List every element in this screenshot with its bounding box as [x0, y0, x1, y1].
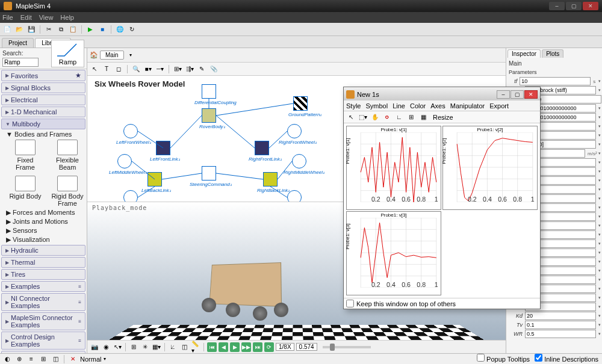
- cat-favorites[interactable]: ▶Favorites★: [1, 70, 85, 81]
- pal-rigid-body[interactable]: Rigid Body: [9, 175, 42, 208]
- shape-icon[interactable]: ◻: [114, 64, 123, 74]
- plot-menu-export[interactable]: Export: [489, 102, 509, 110]
- plot-zoom-icon[interactable]: ⭘: [382, 113, 392, 122]
- param-dropdown-icon[interactable]: ▾: [598, 286, 601, 291]
- plot-menu-line[interactable]: Line: [393, 102, 405, 110]
- param-dropdown-icon[interactable]: ▾: [598, 322, 601, 327]
- pb-slider[interactable]: [323, 346, 371, 348]
- copy-icon[interactable]: ⧉: [56, 25, 66, 34]
- plot-pan-icon[interactable]: ✋: [370, 113, 380, 122]
- pal-flex-beam[interactable]: Flexible Beam: [51, 139, 84, 171]
- param-dropdown-icon[interactable]: ▾: [598, 259, 601, 264]
- param-dropdown-icon[interactable]: ▾: [598, 88, 601, 93]
- tree-sensors[interactable]: ▶ Sensors: [6, 226, 87, 235]
- pal-rigid-body-frame[interactable]: Rigid Body Frame: [51, 175, 84, 208]
- param-dropdown-icon[interactable]: ▾: [598, 241, 601, 246]
- save-icon[interactable]: 💾: [26, 25, 36, 34]
- attach-icon[interactable]: 📎: [209, 64, 219, 74]
- plot-v2[interactable]: Probe1: v[2] Probe1: v[2] 0.20.40.60.81: [442, 126, 538, 210]
- plot-minimize-button[interactable]: –: [497, 90, 510, 99]
- param-dropdown-icon[interactable]: ▾: [598, 295, 601, 300]
- probe-icon[interactable]: ✎: [197, 64, 206, 74]
- plot-resize-label[interactable]: Resize: [433, 114, 453, 121]
- play-icon[interactable]: ▶: [85, 25, 95, 34]
- minimize-button[interactable]: –: [549, 2, 565, 10]
- tree-joints[interactable]: ▶ Joints and Motions: [6, 217, 87, 226]
- param-dropdown-icon[interactable]: ▾: [598, 268, 601, 273]
- plot-grid-icon[interactable]: ⊞: [406, 113, 416, 122]
- sb-mode[interactable]: Normal: [80, 356, 101, 363]
- pb-ruler-icon[interactable]: 📏▾: [191, 342, 200, 352]
- cut-icon[interactable]: ✂: [44, 25, 54, 34]
- plot-select-icon[interactable]: ⬚▾: [358, 113, 368, 122]
- cat-examples[interactable]: ▶Examples≡: [1, 281, 85, 292]
- pb-next-button[interactable]: ▶▶: [241, 342, 251, 352]
- plot-maximize-button[interactable]: ▢: [510, 90, 524, 99]
- param-dropdown-icon[interactable]: ▾: [598, 277, 601, 282]
- cat-signal[interactable]: ▶Signal Blocks: [1, 82, 85, 93]
- param-dropdown-icon[interactable]: ▾: [598, 313, 601, 318]
- plot-menu-color[interactable]: Color: [410, 102, 426, 110]
- sb-icon3[interactable]: ≡: [26, 354, 36, 364]
- pb-last-button[interactable]: ⏭: [253, 342, 262, 352]
- pal-fixed-frame[interactable]: Fixed Frame: [9, 139, 42, 171]
- sb-x-icon[interactable]: ✕: [68, 354, 78, 364]
- maximize-button[interactable]: ▢: [566, 2, 582, 10]
- pb-fit-icon[interactable]: ◫: [179, 342, 189, 352]
- menu-help[interactable]: Help: [60, 14, 74, 21]
- breadcrumb-main[interactable]: Main: [100, 51, 124, 60]
- pb-speed[interactable]: 1/8X: [276, 343, 294, 351]
- plot-window[interactable]: New 1s – ▢ ✕ Style Symbol Line Color Axe…: [343, 87, 541, 309]
- param-input[interactable]: [525, 312, 596, 320]
- tree-forces[interactable]: ▶ Forces and Moments: [6, 208, 87, 217]
- pointer-icon[interactable]: ↖: [90, 64, 99, 74]
- param-dropdown-icon[interactable]: ▾: [598, 169, 601, 174]
- cat-mech1d[interactable]: ▶1-D Mechanical: [1, 106, 85, 117]
- plot-pointer-icon[interactable]: ↖: [346, 113, 356, 122]
- param-dropdown-icon[interactable]: ▾: [598, 196, 601, 201]
- param-dropdown-icon[interactable]: ▾: [598, 250, 601, 255]
- pb-axes-icon[interactable]: ✳: [140, 342, 150, 352]
- param-input[interactable]: [520, 77, 591, 85]
- param-dropdown-icon[interactable]: ▾: [598, 205, 601, 210]
- param-dropdown-icon[interactable]: ▾: [598, 160, 601, 165]
- tab-project[interactable]: Project: [2, 38, 34, 48]
- plot-menu-axes[interactable]: Axes: [430, 102, 445, 110]
- pb-loop-button[interactable]: ⟳: [264, 342, 274, 352]
- param-dropdown-icon[interactable]: ▾: [598, 124, 601, 129]
- plot-gridfine-icon[interactable]: ▦: [418, 113, 428, 122]
- tree-viz[interactable]: ▶ Visualization: [6, 235, 87, 244]
- fillcolor-icon[interactable]: ■▾: [143, 64, 153, 74]
- pb-grid-icon[interactable]: ▦▾: [152, 342, 161, 352]
- pb-pointer-icon[interactable]: ↖▾: [113, 342, 122, 352]
- search-input[interactable]: [2, 58, 39, 67]
- close-button[interactable]: ✕: [583, 2, 598, 10]
- globe-icon[interactable]: 🌐: [115, 25, 125, 34]
- home-icon[interactable]: 🏠: [90, 51, 98, 59]
- keep-on-top-checkbox[interactable]: [346, 300, 354, 307]
- pb-3d-icon[interactable]: ◉: [101, 342, 111, 352]
- zoom-icon[interactable]: 🔍: [131, 64, 141, 74]
- tab-inspector[interactable]: Inspector: [507, 49, 541, 58]
- cat-ni[interactable]: ▶NI Connector Examples≡: [1, 293, 85, 311]
- sb-icon2[interactable]: ⊕: [14, 354, 24, 364]
- menu-edit[interactable]: Edit: [20, 14, 32, 21]
- param-dropdown-icon[interactable]: ▾: [598, 142, 601, 147]
- line-icon[interactable]: ─▾: [155, 64, 165, 74]
- param-dropdown-icon[interactable]: ▾: [598, 187, 601, 192]
- param-dropdown-icon[interactable]: ▾: [598, 232, 601, 237]
- cat-ms[interactable]: ▶MapleSim Connector Examples≡: [1, 312, 85, 330]
- param-dropdown-icon[interactable]: ▾: [598, 151, 601, 156]
- param-dropdown-icon[interactable]: ▾: [598, 115, 601, 120]
- cat-ctrl[interactable]: ▶Control Design Examples≡: [1, 332, 85, 350]
- new-icon[interactable]: 📄: [2, 25, 12, 34]
- cat-tire-ex[interactable]: ▶Tire Examples≡: [1, 351, 85, 353]
- plot-menu-manip[interactable]: Manipulator: [450, 102, 485, 110]
- param-dropdown-icon[interactable]: ▾: [598, 79, 601, 84]
- plot-titlebar[interactable]: New 1s – ▢ ✕: [344, 87, 540, 100]
- text-icon[interactable]: T: [102, 64, 111, 74]
- cat-hydraulic[interactable]: ▶Hydraulic: [1, 245, 85, 256]
- pb-time[interactable]: 0.574: [296, 343, 317, 351]
- stop-icon[interactable]: ■: [98, 25, 107, 34]
- plot-v1[interactable]: Probe1: v[1] Probe1: v[1] 0.20.40.60.81: [346, 126, 441, 210]
